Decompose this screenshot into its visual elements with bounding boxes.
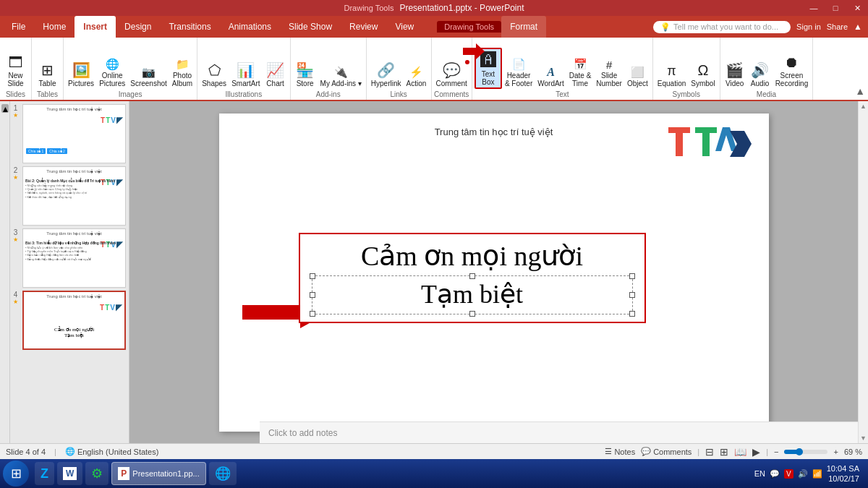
audio-button[interactable]: 🔊 Audio xyxy=(748,60,773,89)
slide-number-icon: # xyxy=(606,59,612,71)
date-time-button[interactable]: 📅 Date &Time xyxy=(567,56,594,89)
scroll-down-btn[interactable]: ▼ xyxy=(860,435,867,442)
slide-thumb-2[interactable]: 2 ★ Trung tâm tin học trí tuệ việt TTV◤ … xyxy=(13,166,126,226)
textbox-button[interactable]: 🅰 TextBox xyxy=(475,48,502,89)
online-pictures-label: OnlinePictures xyxy=(99,72,125,87)
scroll-up[interactable]: ▲ xyxy=(1,104,9,113)
chart-button[interactable]: 📈 Chart xyxy=(263,60,288,89)
pictures-button[interactable]: 🖼️ Pictures xyxy=(66,60,96,89)
pictures-icon: 🖼️ xyxy=(72,61,90,79)
tray-icon-v[interactable]: V xyxy=(784,469,793,479)
zoom-out-btn[interactable]: − xyxy=(774,448,778,456)
tab-review[interactable]: Review xyxy=(341,16,386,38)
slide-thumb-1[interactable]: 1 ★ Trung tâm tin học trí tuệ việt TTV◤ … xyxy=(13,104,126,163)
start-button[interactable]: ⊞ xyxy=(3,461,29,487)
scroll-up-btn[interactable]: ▲ xyxy=(860,103,867,110)
slide-sorter-btn[interactable]: ⊞ xyxy=(720,446,728,458)
slide-thumb-4[interactable]: 4 ★ Trung tâm tin học trí tuệ việt TTV◤ … xyxy=(13,291,126,350)
signin-link[interactable]: Sign in xyxy=(796,22,821,31)
tab-home[interactable]: Home xyxy=(34,16,75,38)
ribbon-group-slides: 🗖 NewSlide Slides xyxy=(0,38,32,100)
maximize-button[interactable]: □ xyxy=(825,0,846,16)
click-to-add-notes[interactable]: Click to add notes xyxy=(260,421,858,443)
tab-insert[interactable]: Insert xyxy=(75,16,116,38)
header-footer-button[interactable]: 📄 Header& Footer xyxy=(503,56,535,89)
slide-img-3[interactable]: Trung tâm tin học trí tuệ việt TTV◤ Bài … xyxy=(22,228,126,288)
screen-recording-button[interactable]: ⏺ ScreenRecording xyxy=(773,53,811,89)
comments-button[interactable]: 💬 Comments xyxy=(641,447,692,456)
new-slide-button[interactable]: 🗖 NewSlide xyxy=(4,53,28,89)
slide3-content: Bài 3: Tìm hiểu dữ liệu về những Hợp đồn… xyxy=(25,241,123,261)
smartart-icon: 📊 xyxy=(237,61,255,79)
left-scrollbar[interactable]: ▲ xyxy=(0,101,10,443)
action-button[interactable]: ⚡ Action xyxy=(404,64,429,89)
zoom-handle[interactable] xyxy=(796,448,803,455)
tray-icon-network[interactable]: 📶 xyxy=(812,469,822,479)
symbol-button[interactable]: Ω Symbol xyxy=(689,61,717,89)
tab-transitions[interactable]: Transitions xyxy=(160,16,219,38)
tell-me-input[interactable]: 💡 Tell me what you want to do... xyxy=(653,21,791,33)
normal-view-btn[interactable]: ⊟ xyxy=(705,446,714,458)
chart-icon: 📈 xyxy=(266,61,284,79)
collapse-ribbon-icon[interactable]: ▲ xyxy=(854,22,862,32)
minimize-button[interactable]: — xyxy=(803,0,825,16)
shapes-button[interactable]: ⬠ Shapes xyxy=(200,60,229,89)
notes-button[interactable]: ☰ Notes xyxy=(605,447,635,456)
share-link[interactable]: Share xyxy=(827,22,848,31)
taskbar-zalo[interactable]: Z xyxy=(35,462,54,485)
tab-format[interactable]: Format xyxy=(501,16,546,38)
screenshot-button[interactable]: 📷 Screenshot xyxy=(128,64,169,89)
slide-text2-box[interactable]: Tạm biệt xyxy=(312,275,633,314)
slide-thumb-3[interactable]: 3 ★ Trung tâm tin học trí tuệ việt TTV◤ … xyxy=(13,228,126,288)
zoom-in-btn[interactable]: + xyxy=(833,448,838,456)
taskbar-clock[interactable]: 10:04 SA 10/02/17 xyxy=(827,463,859,484)
audio-icon: 🔊 xyxy=(751,61,769,79)
wordart-button[interactable]: A WordArt xyxy=(535,64,566,89)
store-button[interactable]: 🏪 Store xyxy=(293,60,318,89)
slide-textbox[interactable]: Cảm ơn mọi người Tạm biệt xyxy=(299,233,646,323)
zoom-slider[interactable] xyxy=(784,450,827,454)
tab-view[interactable]: View xyxy=(386,16,422,38)
images-group-items: 🖼️ Pictures 🌐 OnlinePictures 📷 Screensho… xyxy=(66,39,195,90)
video-button[interactable]: 🎬 Video xyxy=(723,60,747,89)
close-button[interactable]: ✕ xyxy=(846,0,868,16)
slideshow-btn[interactable]: ▶ xyxy=(752,446,760,458)
photo-album-button[interactable]: 📁 PhotoAlbum xyxy=(170,56,195,89)
symbol-label: Symbol xyxy=(691,80,715,87)
smartart-button[interactable]: 📊 SmartArt xyxy=(229,60,262,89)
hyperlink-button[interactable]: 🔗 Hyperlink xyxy=(369,60,404,89)
shapes-label: Shapes xyxy=(202,80,226,87)
online-pictures-icon: 🌐 xyxy=(106,58,119,71)
slide-img-1[interactable]: Trung tâm tin học trí tuệ việt TTV◤ Chia… xyxy=(22,104,126,163)
tab-slideshow[interactable]: Slide Show xyxy=(280,16,341,38)
canvas-area[interactable]: Trung tâm tin học trí tuệ việt xyxy=(129,101,858,443)
slide-star-2: ★ xyxy=(13,174,18,181)
collapse-ribbon-button[interactable]: ▲ xyxy=(855,85,865,97)
date-time-icon: 📅 xyxy=(574,58,587,71)
reading-view-btn[interactable]: 📖 xyxy=(734,446,746,458)
table-button[interactable]: ⊞ Table xyxy=(35,60,60,89)
slide-panel: 1 ★ Trung tâm tin học trí tuệ việt TTV◤ … xyxy=(10,101,129,443)
online-pictures-button[interactable]: 🌐 OnlinePictures xyxy=(97,56,127,89)
tray-icon-sound[interactable]: 🔊 xyxy=(798,469,808,479)
handle-br xyxy=(629,311,635,317)
drawing-tools-label: Drawing Tools xyxy=(344,4,394,12)
tab-animations[interactable]: Animations xyxy=(220,16,280,38)
my-addins-button[interactable]: 🔌 My Add-ins ▾ xyxy=(318,64,364,89)
comment-button[interactable]: 💬 Comment xyxy=(434,60,469,89)
tab-file[interactable]: File xyxy=(3,16,34,38)
slide-img-2[interactable]: Trung tâm tin học trí tuệ việt TTV◤ Bài … xyxy=(22,166,126,226)
slide-img-4[interactable]: Trung tâm tin học trí tuệ việt TTV◤ Cảm … xyxy=(22,291,126,350)
object-button[interactable]: ⬜ Object xyxy=(625,64,650,89)
taskbar-powerpoint[interactable]: P Presentation1.pp... xyxy=(111,462,205,485)
taskbar-app3[interactable]: ⚙ xyxy=(85,462,109,485)
slide-star-4: ★ xyxy=(13,299,18,305)
ribbon-group-symbols: π Equation Ω Symbol Symbols xyxy=(653,38,720,100)
equation-button[interactable]: π Equation xyxy=(655,62,688,89)
tab-design[interactable]: Design xyxy=(116,16,160,38)
slide-number-button[interactable]: # SlideNumber xyxy=(594,57,624,89)
right-scrollbar[interactable]: ▲ ▼ xyxy=(858,101,868,443)
taskbar-word[interactable]: W xyxy=(57,462,82,485)
tray-icon-chat[interactable]: 💬 xyxy=(770,469,780,479)
taskbar-browser[interactable]: 🌐 xyxy=(209,462,237,485)
